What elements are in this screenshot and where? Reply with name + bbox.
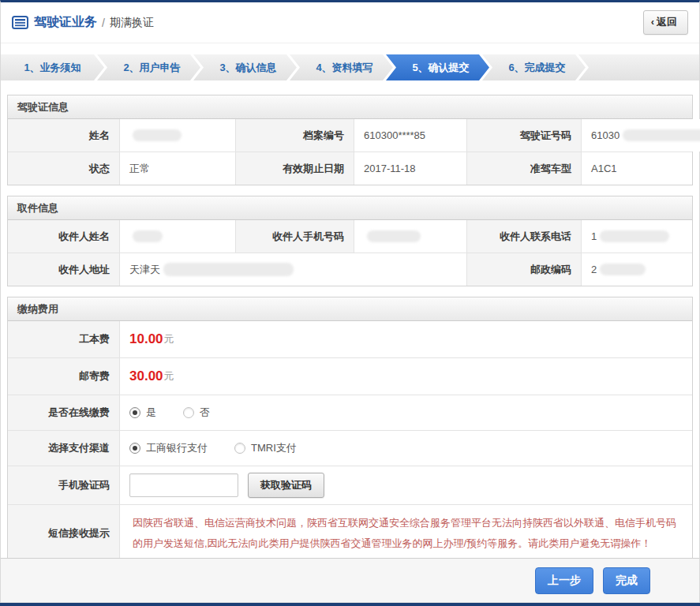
- recipient-address-value: 天津天: [120, 253, 467, 286]
- online-yes-option[interactable]: 是: [129, 406, 156, 420]
- channel-icbc-label[interactable]: 工商银行支付: [146, 441, 208, 455]
- vehicle-class-value: A1C1: [582, 152, 692, 185]
- license-info-title: 驾驶证信息: [8, 95, 692, 119]
- sms-code-input[interactable]: [129, 473, 238, 497]
- sms-code-label: 手机验证码: [8, 466, 120, 504]
- license-number-label: 驾驶证号码: [467, 119, 582, 152]
- vehicle-class-label: 准驾车型: [467, 152, 582, 185]
- sms-note-cell: 因陕西省联通、电信运营商技术问题，陕西省互联网交通安全综合服务管理平台无法向持陕…: [120, 505, 692, 562]
- step-4-fill-materials[interactable]: 4、资料填写: [290, 54, 393, 80]
- table-row: 是否在线缴费 是 否: [8, 395, 692, 431]
- back-button[interactable]: ‹返回: [643, 10, 688, 35]
- page: 驾驶证业务 / 期满换证 ‹返回 1、业务须知 2、用户申告 3、确认信息 4、…: [0, 0, 700, 606]
- step-2-user-declaration[interactable]: 2、用户申告: [97, 54, 200, 80]
- pickup-info-panel: 取件信息 收件人姓名 收件人手机号码 收件人联系电话 1 收件人地址 天津天 邮…: [7, 196, 693, 286]
- file-number-label: 档案编号: [236, 119, 354, 152]
- bottom-border-strip: [0, 603, 700, 606]
- pickup-info-title: 取件信息: [8, 196, 692, 220]
- license-number-prefix: 61030: [591, 129, 620, 141]
- table-row: 短信接收提示 因陕西省联通、电信运营商技术问题，陕西省互联网交通安全综合服务管理…: [8, 505, 692, 562]
- postal-code-prefix: 2: [591, 264, 597, 275]
- recipient-mobile-label: 收件人手机号码: [236, 220, 354, 252]
- production-fee-amount: 10.00: [129, 331, 163, 347]
- redacted-recipient-address: [163, 263, 294, 276]
- step-5-confirm-submit-active[interactable]: 5、确认提交: [386, 54, 489, 80]
- get-code-button[interactable]: 获取验证码: [248, 473, 324, 498]
- table-row: 收件人地址 天津天 邮政编码 2: [8, 253, 692, 286]
- table-row: 工本费 10.00元: [8, 321, 692, 358]
- sms-note-label: 短信接收提示: [8, 505, 120, 562]
- breadcrumb-separator: /: [102, 17, 105, 29]
- table-row: 收件人姓名 收件人手机号码 收件人联系电话 1: [8, 220, 692, 253]
- recipient-name-value: [120, 220, 236, 252]
- sms-note-text: 因陕西省联通、电信运营商技术问题，陕西省互联网交通安全综合服务管理平台无法向持陕…: [129, 508, 683, 559]
- valid-until-label: 有效期止日期: [236, 152, 354, 185]
- license-number-value: 61030: [582, 119, 700, 152]
- redacted-postal-code: [600, 264, 646, 275]
- sms-code-field-row: 获取验证码: [120, 466, 692, 504]
- license-info-panel: 驾驶证信息 姓名 档案编号 610300****85 驾驶证号码 61030 状…: [7, 95, 693, 185]
- postal-code-value: 2: [582, 253, 692, 286]
- mailing-fee-value: 30.00元: [120, 358, 692, 395]
- channel-icbc-radio[interactable]: [129, 443, 140, 454]
- production-fee-value: 10.00元: [120, 321, 692, 357]
- header: 驾驶证业务 / 期满换证 ‹返回: [1, 2, 699, 43]
- online-payment-options: 是 否: [120, 395, 692, 430]
- back-button-label: 返回: [657, 16, 677, 28]
- recipient-phone-prefix: 1: [591, 230, 597, 242]
- payment-title: 缴纳费用: [8, 297, 692, 321]
- list-icon: [12, 16, 28, 29]
- channel-tmri-option[interactable]: TMRI支付: [234, 441, 297, 455]
- online-yes-radio[interactable]: [129, 407, 140, 418]
- table-row: 选择支付渠道 工商银行支付 TMRI支付: [8, 431, 692, 466]
- recipient-name-label: 收件人姓名: [8, 220, 120, 252]
- postal-code-label: 邮政编码: [467, 253, 582, 286]
- name-value: [120, 119, 236, 152]
- name-label: 姓名: [8, 119, 120, 152]
- recipient-mobile-value: [354, 220, 467, 252]
- status-label: 状态: [8, 152, 120, 185]
- online-yes-label[interactable]: 是: [146, 406, 156, 420]
- finish-button[interactable]: 完成: [603, 567, 650, 594]
- channel-tmri-label[interactable]: TMRI支付: [251, 441, 297, 455]
- online-no-radio[interactable]: [183, 407, 194, 418]
- channel-tmri-radio[interactable]: [234, 443, 245, 454]
- currency-unit: 元: [164, 369, 174, 383]
- redacted-name: [133, 129, 182, 141]
- step-1-business-notice[interactable]: 1、业务须知: [1, 54, 104, 80]
- payment-panel: 缴纳费用 工本费 10.00元 邮寄费 30.00元 是否在线缴费 是 否 选择…: [7, 297, 693, 563]
- channel-options: 工商银行支付 TMRI支付: [120, 431, 692, 466]
- table-row: 邮寄费 30.00元: [8, 358, 692, 395]
- breadcrumb-current: 期满换证: [110, 16, 154, 30]
- online-no-option[interactable]: 否: [183, 406, 210, 420]
- production-fee-label: 工本费: [8, 321, 120, 357]
- recipient-phone-label: 收件人联系电话: [467, 220, 582, 252]
- file-number-value: 610300****85: [354, 119, 467, 152]
- redacted-license-number: [623, 129, 700, 141]
- back-chevron-icon: ‹: [651, 16, 654, 28]
- previous-step-button[interactable]: 上一步: [535, 567, 593, 594]
- online-no-label[interactable]: 否: [200, 406, 210, 420]
- table-row: 状态 正常 有效期止日期 2017-11-18 准驾车型 A1C1: [8, 152, 692, 185]
- channel-icbc-option[interactable]: 工商银行支付: [129, 441, 208, 455]
- step-bar-filler: [578, 54, 699, 80]
- page-title: 驾驶证业务: [34, 14, 97, 31]
- redacted-recipient-mobile: [367, 230, 421, 242]
- table-row: 手机验证码 获取验证码: [8, 466, 692, 505]
- table-row: 姓名 档案编号 610300****85 驾驶证号码 61030: [8, 119, 692, 152]
- currency-unit: 元: [164, 332, 174, 346]
- recipient-address-prefix: 天津天: [129, 263, 160, 277]
- recipient-address-label: 收件人地址: [8, 253, 120, 286]
- mailing-fee-amount: 30.00: [129, 368, 163, 384]
- status-value: 正常: [120, 152, 236, 185]
- step-6-complete-submit[interactable]: 6、完成提交: [482, 54, 586, 80]
- step-wizard: 1、业务须知 2、用户申告 3、确认信息 4、资料填写 5、确认提交 6、完成提…: [1, 54, 699, 80]
- mailing-fee-label: 邮寄费: [8, 358, 120, 395]
- footer-action-bar: 上一步 完成: [1, 558, 699, 603]
- step-3-confirm-info[interactable]: 3、确认信息: [193, 54, 297, 80]
- online-payment-label: 是否在线缴费: [8, 395, 120, 430]
- recipient-phone-value: 1: [582, 220, 692, 252]
- valid-until-value: 2017-11-18: [354, 152, 467, 185]
- channel-label: 选择支付渠道: [8, 431, 120, 466]
- redacted-recipient-name: [133, 230, 163, 242]
